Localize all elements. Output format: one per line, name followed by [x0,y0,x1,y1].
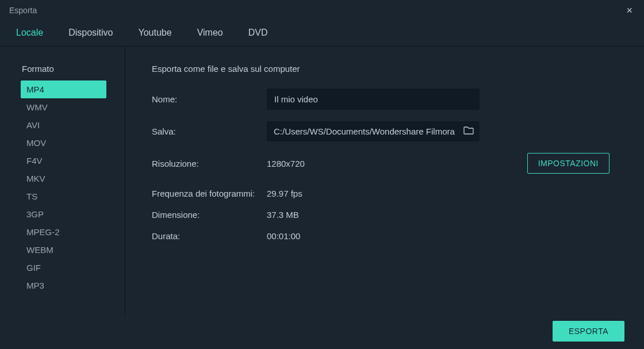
name-label: Nome: [152,94,267,104]
format-webm[interactable]: WEBM [21,241,106,259]
format-mp3[interactable]: MP3 [21,277,106,294]
window-title: Esporta [9,6,37,15]
name-input[interactable] [267,89,480,110]
format-gif[interactable]: GIF [21,259,106,277]
tab-dvd[interactable]: DVD [248,28,268,41]
tab-youtube[interactable]: Youtube [139,28,172,41]
fps-label: Frequenza dei fotogrammi: [152,189,267,198]
fps-value: 29.97 fps [267,189,302,198]
sidebar-title: Formato [22,64,125,74]
format-wmv[interactable]: WMV [21,98,106,116]
size-label: Dimensione: [152,210,267,220]
format-mkv[interactable]: MKV [21,170,106,187]
size-value: 37.3 MB [267,210,299,220]
folder-icon[interactable] [463,126,474,136]
footer: ESPORTA [0,315,644,348]
title-bar: Esporta × [0,0,644,21]
format-f4v[interactable]: F4V [21,152,106,170]
duration-value: 00:01:00 [267,231,300,241]
format-ts[interactable]: TS [21,187,106,205]
format-sidebar: Formato MP4 WMV AVI MOV F4V MKV TS 3GP M… [0,47,125,315]
resolution-value: 1280x720 [267,159,305,168]
save-label: Salva: [152,126,267,136]
duration-label: Durata: [152,231,267,241]
tab-vimeo[interactable]: Vimeo [197,28,223,41]
format-avi[interactable]: AVI [21,116,106,134]
format-mpeg2[interactable]: MPEG-2 [21,223,106,241]
tab-bar: Locale Dispositivo Youtube Vimeo DVD [0,21,644,47]
save-path-text: C:/Users/WS/Documents/Wondershare Filmor… [274,126,459,136]
main-panel: Esporta come file e salva sul computer N… [125,47,644,315]
format-mp4[interactable]: MP4 [21,80,106,98]
main-heading: Esporta come file e salva sul computer [152,64,610,74]
tab-locale[interactable]: Locale [16,28,43,41]
format-3gp[interactable]: 3GP [21,205,106,223]
export-button[interactable]: ESPORTA [553,321,624,342]
resolution-label: Risoluzione: [152,159,267,168]
settings-button[interactable]: IMPOSTAZIONI [527,153,610,174]
format-mov[interactable]: MOV [21,134,106,152]
save-path-field[interactable]: C:/Users/WS/Documents/Wondershare Filmor… [267,121,480,141]
close-icon[interactable]: × [622,2,637,19]
tab-dispositivo[interactable]: Dispositivo [68,28,113,41]
